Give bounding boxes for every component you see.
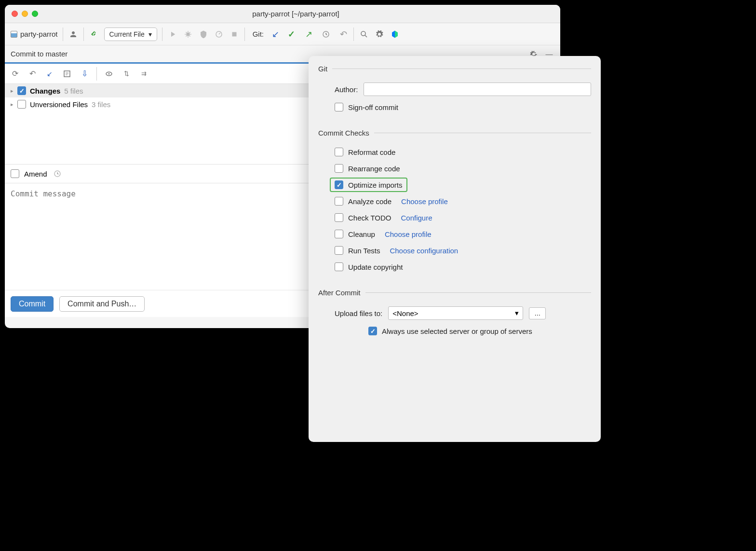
git-rollback-icon[interactable]: ↶ xyxy=(338,29,349,40)
coverage-icon[interactable] xyxy=(198,29,209,40)
amend-label: Amend xyxy=(24,170,47,178)
separator xyxy=(96,67,97,81)
amend-checkbox[interactable] xyxy=(11,169,19,178)
todo-label: Check TODO xyxy=(348,214,391,222)
changes-checkbox[interactable] xyxy=(17,86,26,95)
optimize-checkbox[interactable] xyxy=(335,180,343,189)
svg-rect-2 xyxy=(232,32,236,36)
profile-icon[interactable] xyxy=(214,29,224,40)
expand-icon[interactable]: ⇅ xyxy=(121,69,132,79)
git-commit-icon[interactable]: ✓ xyxy=(286,29,297,40)
project-selector[interactable]: party-parrot xyxy=(11,30,58,38)
expand-icon[interactable]: ▸ xyxy=(11,88,14,94)
author-input[interactable] xyxy=(364,83,591,96)
unversioned-count: 3 files xyxy=(92,100,110,109)
reformat-label: Reformat code xyxy=(348,148,395,156)
optimize-label: Optimize imports xyxy=(348,181,403,189)
changes-count: 5 files xyxy=(64,87,83,95)
after-section-header: After Commit xyxy=(318,289,591,297)
stop-button[interactable] xyxy=(229,29,240,40)
unversioned-checkbox[interactable] xyxy=(17,100,26,109)
author-row: Author: xyxy=(318,80,591,99)
expand-icon[interactable]: ▸ xyxy=(11,101,14,108)
todo-link[interactable]: Configure xyxy=(401,214,432,222)
run-config-label: Current File xyxy=(109,30,145,38)
after-section-title: After Commit xyxy=(318,289,361,297)
signoff-checkbox[interactable] xyxy=(335,103,343,111)
group-icon[interactable]: ⇉ xyxy=(138,69,149,79)
project-name: party-parrot xyxy=(20,30,58,38)
cleanup-link[interactable]: Choose profile xyxy=(385,230,432,238)
unversioned-label: Unversioned Files xyxy=(30,100,88,109)
rearrange-checkbox[interactable] xyxy=(335,164,343,173)
runtests-link[interactable]: Choose configuration xyxy=(390,247,458,255)
runtests-label: Run Tests xyxy=(348,247,380,255)
runtests-checkbox[interactable] xyxy=(335,246,343,255)
rollback-icon[interactable]: ↶ xyxy=(27,69,38,79)
separator xyxy=(162,28,162,41)
window-controls xyxy=(12,11,38,17)
preview-icon[interactable] xyxy=(104,69,114,79)
browse-button[interactable]: … xyxy=(529,307,546,319)
chevron-down-icon: ▾ xyxy=(148,30,152,38)
history-icon[interactable] xyxy=(52,168,63,179)
always-use-checkbox[interactable] xyxy=(368,327,377,335)
project-icon xyxy=(11,31,17,38)
debug-button[interactable] xyxy=(183,29,193,40)
git-actions: ↙ ✓ ↗ ↶ xyxy=(269,29,349,40)
commit-and-push-button[interactable]: Commit and Push… xyxy=(59,296,145,312)
signoff-label: Sign-off commit xyxy=(348,103,398,111)
main-toolbar: party-parrot Current File ▾ Git: ↙ ✓ ↗ ↶ xyxy=(5,23,560,45)
svg-point-0 xyxy=(186,32,190,36)
copyright-label: Update copyright xyxy=(348,263,403,271)
git-section-header: Git xyxy=(318,65,591,73)
close-window-button[interactable] xyxy=(12,11,18,17)
zoom-window-button[interactable] xyxy=(32,11,38,17)
copyright-checkbox[interactable] xyxy=(335,262,343,271)
upload-row: Upload files to: <None> ▾ … xyxy=(318,303,591,323)
upload-select[interactable]: <None> ▾ xyxy=(388,306,523,320)
signoff-row: Sign-off commit xyxy=(318,99,591,115)
search-icon[interactable] xyxy=(359,29,369,40)
shelf-icon[interactable]: ⇩ xyxy=(79,69,90,79)
svg-point-4 xyxy=(361,31,365,36)
always-use-label: Always use selected server or group of s… xyxy=(382,327,532,335)
analyze-link[interactable]: Choose profile xyxy=(401,197,448,206)
separator xyxy=(63,28,63,41)
git-label: Git: xyxy=(253,30,264,38)
separator xyxy=(244,28,245,41)
separator xyxy=(83,28,84,41)
user-icon[interactable] xyxy=(68,29,79,40)
cleanup-checkbox[interactable] xyxy=(335,230,343,238)
optimize-highlight: Optimize imports xyxy=(330,178,407,192)
run-config-selector[interactable]: Current File ▾ xyxy=(104,28,157,41)
commit-button[interactable]: Commit xyxy=(11,296,54,312)
settings-icon[interactable] xyxy=(374,29,385,40)
build-icon[interactable] xyxy=(89,29,99,40)
changelist-icon[interactable] xyxy=(62,69,72,79)
upload-value: <None> xyxy=(392,309,418,317)
author-label: Author: xyxy=(335,85,358,94)
checks-section-title: Commit Checks xyxy=(318,129,369,137)
git-section-title: Git xyxy=(318,65,327,73)
commit-panel-title: Commit to master xyxy=(11,50,68,58)
minimize-window-button[interactable] xyxy=(22,11,28,17)
rearrange-label: Rearrange code xyxy=(348,165,400,173)
git-update-icon[interactable]: ↙ xyxy=(269,29,279,40)
analyze-checkbox[interactable] xyxy=(335,197,343,206)
checks-section-header: Commit Checks xyxy=(318,129,591,137)
changes-label: Changes xyxy=(30,87,60,95)
separator xyxy=(353,28,354,41)
diff-icon[interactable]: ↙ xyxy=(44,69,55,79)
run-button[interactable] xyxy=(167,29,178,40)
chevron-down-icon: ▾ xyxy=(515,309,519,317)
product-icon[interactable] xyxy=(390,29,400,40)
window-title: party-parrot [~/party-parrot] xyxy=(38,10,554,18)
refresh-icon[interactable]: ⟳ xyxy=(10,69,20,79)
git-history-icon[interactable] xyxy=(321,29,331,40)
cleanup-label: Cleanup xyxy=(348,230,375,238)
todo-checkbox[interactable] xyxy=(335,213,343,222)
reformat-checkbox[interactable] xyxy=(335,148,343,156)
titlebar: party-parrot [~/party-parrot] xyxy=(5,5,560,23)
git-push-icon[interactable]: ↗ xyxy=(303,29,314,40)
